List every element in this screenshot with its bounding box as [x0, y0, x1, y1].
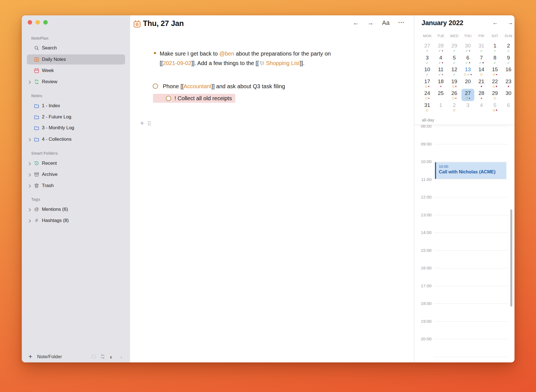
calendar-day-25[interactable]: 25	[434, 90, 448, 102]
calendar-day-30[interactable]: 30✓	[461, 42, 475, 54]
calendar-day-23[interactable]: 23	[502, 78, 515, 90]
calendar-day-29[interactable]: 29	[488, 90, 502, 102]
shopping-list-link[interactable]: Shopping List	[266, 60, 300, 66]
calendar-day-30[interactable]: 30	[502, 90, 515, 102]
calendar-day-9[interactable]: 9✓	[502, 54, 515, 66]
accountant-link[interactable]: Accountant	[184, 83, 212, 89]
day-number: 7	[475, 54, 488, 61]
todo-checkbox[interactable]	[166, 96, 171, 101]
calendar-day-19[interactable]: 19	[448, 78, 461, 90]
calendar-day-31[interactable]: 31✓	[475, 42, 488, 54]
forward-icon[interactable]: ›	[120, 354, 122, 360]
calendar-day-24[interactable]: 24	[420, 90, 434, 102]
chevron-right-icon[interactable]	[28, 208, 31, 211]
calendar-day-2[interactable]: 2	[448, 102, 461, 114]
drag-handle-icon[interactable]	[148, 121, 150, 125]
calendar-day-28[interactable]: 28✓	[434, 42, 448, 54]
calendar-day-1[interactable]: 1✓	[488, 42, 502, 54]
all-day-label: all-day	[422, 118, 434, 122]
sidebar-item-archive[interactable]: Archive	[27, 169, 125, 180]
sidebar-item-trash[interactable]: Trash	[27, 181, 125, 191]
panel-scrollbar[interactable]	[510, 209, 512, 307]
sidebar-item-review[interactable]: Review	[27, 77, 125, 87]
note-body[interactable]: Make sure I get back to @ben about the p…	[130, 15, 414, 362]
refresh-icon[interactable]	[100, 354, 105, 360]
calendar-day-1[interactable]: 1	[434, 102, 448, 114]
calendar-day-18[interactable]: 18	[434, 78, 448, 90]
mention-link[interactable]: @ben	[219, 51, 234, 57]
chevron-right-icon[interactable]	[28, 162, 31, 165]
sidebar-item-index[interactable]: 1 - Index	[27, 101, 125, 111]
calendar-day-10[interactable]: 10✓	[420, 66, 434, 78]
day-marks: ✓	[461, 61, 475, 64]
minimize-button[interactable]	[35, 20, 40, 25]
dot-icon	[440, 86, 442, 87]
calendar-day-28[interactable]: 28	[475, 90, 488, 102]
calendar-day-4[interactable]: 4	[475, 102, 488, 114]
hour-gridline	[434, 303, 508, 304]
sidebar-item-future-log[interactable]: 2 - Future Log	[27, 112, 125, 122]
dot-icon	[442, 74, 443, 75]
calendar-day-12[interactable]: 12✓	[448, 66, 461, 78]
todo-item[interactable]: Phone [[Accountant]] and ask about Q3 ta…	[163, 83, 285, 90]
chevron-right-icon[interactable]	[28, 184, 31, 188]
day-number: 22	[488, 78, 502, 85]
sidebar-item-monthly-log[interactable]: 3 - Monthly Log	[27, 123, 125, 133]
day-number: 26	[448, 90, 461, 97]
bullet-item[interactable]: Make sure I get back to @ben about the p…	[160, 49, 331, 68]
back-icon[interactable]: ‹	[110, 354, 112, 360]
add-note-folder-button[interactable]: +	[28, 353, 32, 360]
calendar-day-3[interactable]: 3	[461, 102, 475, 114]
check-icon: ✓	[479, 61, 482, 64]
sidebar-item-recent[interactable]: Recent	[27, 158, 125, 168]
chevron-right-icon[interactable]	[28, 138, 31, 141]
calendar-day-22[interactable]: 22	[488, 78, 502, 90]
sidebar-item-collections[interactable]: 4 - Collections	[27, 134, 125, 144]
calendar-day-27[interactable]: 27	[461, 90, 475, 102]
calendar-day-4[interactable]: 4✓	[434, 54, 448, 66]
calendar-day-20[interactable]: 20	[461, 78, 475, 90]
calendar-day-5[interactable]: 5✓	[448, 54, 461, 66]
calendar-day-7[interactable]: 7✓	[475, 54, 488, 66]
calendar-event[interactable]: 10:00 Call with Nicholas (ACME)	[435, 162, 506, 179]
calendar-day-15[interactable]: 15	[488, 66, 502, 78]
sidebar-item-label: Hashtags (8)	[42, 218, 69, 223]
calendar-day-29[interactable]: 29✓	[448, 42, 461, 54]
calendar-day-2[interactable]: 2✓	[502, 42, 515, 54]
highlighted-todo-item[interactable]: ! Collect all old receipts	[153, 94, 235, 103]
close-button[interactable]	[28, 20, 32, 25]
calendar-day-8[interactable]: 8✓	[488, 54, 502, 66]
chevron-right-icon[interactable]	[28, 173, 31, 176]
add-note-folder-label[interactable]: Note/Folder	[37, 354, 62, 360]
sidebar-item-search[interactable]: Search	[27, 43, 125, 53]
calendar-day-21[interactable]: 21	[475, 78, 488, 90]
calendar-day-26[interactable]: 26	[448, 90, 461, 102]
sidebar-item-week[interactable]: Week	[27, 66, 125, 76]
calendar-day-27[interactable]: 27✓	[420, 42, 434, 54]
calendar-day-6[interactable]: 6✓	[461, 54, 475, 66]
add-line-button[interactable]: +	[140, 120, 144, 126]
date-link[interactable]: 2021-09-02	[163, 60, 191, 66]
calendar-day-5[interactable]: 5	[488, 102, 502, 114]
calendar-day-11[interactable]: 11✓	[434, 66, 448, 78]
next-month-button[interactable]: →	[506, 20, 515, 26]
chevron-right-icon[interactable]	[28, 80, 31, 84]
prev-month-button[interactable]: ←	[491, 20, 500, 26]
todo-checkbox[interactable]	[153, 83, 158, 89]
day-number: 11	[434, 66, 448, 73]
sidebar-item-mentions[interactable]: @ Mentions (6)	[27, 204, 125, 214]
day-marks: ✓	[475, 49, 488, 52]
chevron-right-icon[interactable]	[28, 219, 31, 223]
calendar-day-31[interactable]: 31	[420, 102, 434, 114]
sidebar-item-daily-notes[interactable]: Daily Notes	[27, 54, 125, 64]
calendar-day-17[interactable]: 17	[420, 78, 434, 90]
day-number: 16	[502, 66, 515, 73]
sidebar-item-hashtags[interactable]: # Hashtags (8)	[27, 216, 125, 226]
calendar-day-3[interactable]: 3✓	[420, 54, 434, 66]
cloud-sync-icon[interactable]	[91, 354, 97, 360]
calendar-day-14[interactable]: 14	[475, 66, 488, 78]
calendar-day-16[interactable]: 16	[502, 66, 515, 78]
calendar-day-6[interactable]: 6	[502, 102, 515, 114]
zoom-button[interactable]	[43, 20, 48, 25]
calendar-day-13[interactable]: 13✓	[461, 66, 475, 78]
